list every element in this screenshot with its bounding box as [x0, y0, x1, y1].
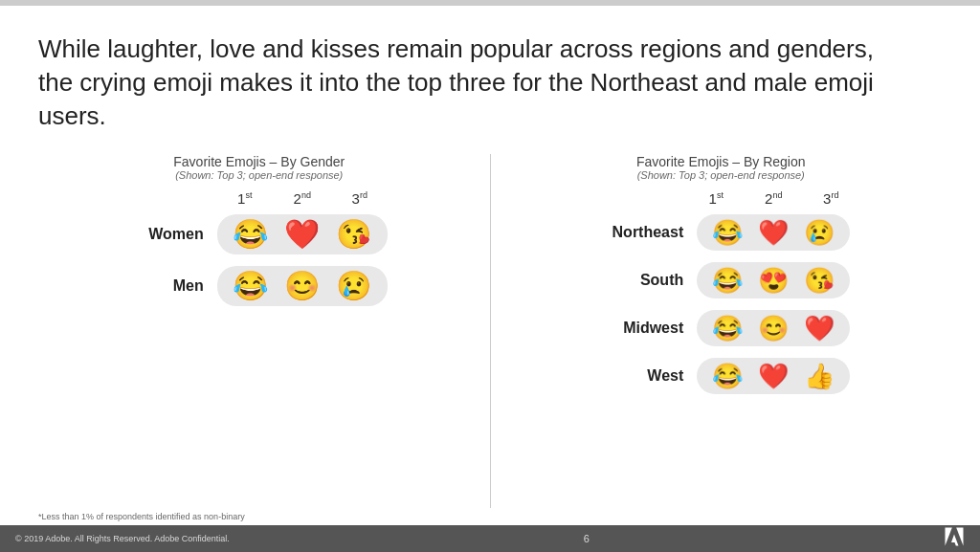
- midwest-label: Midwest: [591, 320, 697, 337]
- south-emoji-1: 😂: [706, 268, 748, 293]
- men-row: Men 😂 😊 😢: [131, 266, 388, 306]
- women-label: Women: [131, 226, 217, 243]
- gender-chart-subtitle: (Shown: Top 3; open-end response): [175, 169, 343, 181]
- women-bubble: 😂 ❤️ 😘: [217, 214, 388, 254]
- gender-rank-2: 2nd: [274, 190, 331, 207]
- south-label: South: [591, 272, 697, 289]
- midwest-emoji-3: ❤️: [798, 316, 840, 341]
- northeast-emoji-3: 😢: [798, 220, 840, 245]
- region-rank-1: 1st: [687, 190, 745, 207]
- west-label: West: [591, 367, 697, 385]
- headline: While laughter, love and kisses remain p…: [38, 33, 900, 133]
- men-emoji-1: 😂: [227, 272, 275, 300]
- slide: While laughter, love and kisses remain p…: [0, 0, 980, 552]
- women-emoji-2: ❤️: [278, 220, 326, 249]
- footer-page-number: 6: [584, 533, 590, 544]
- west-bubble: 😂 ❤️ 👍: [697, 358, 850, 394]
- region-rank-headers: 1st 2nd 3rd: [582, 190, 859, 207]
- west-row: West 😂 ❤️ 👍: [591, 358, 850, 394]
- gender-rank-headers: 1st 2nd 3rd: [130, 190, 389, 207]
- women-row: Women 😂 ❤️ 😘: [131, 214, 388, 254]
- region-rank-cols: 1st 2nd 3rd: [687, 190, 859, 207]
- midwest-row: Midwest 😂 😊 ❤️: [591, 310, 850, 346]
- west-emoji-2: ❤️: [752, 364, 794, 388]
- northeast-bubble: 😂 ❤️ 😢: [697, 214, 850, 251]
- south-emoji-2: 😍: [752, 268, 794, 293]
- region-chart-section: Favorite Emojis – By Region (Shown: Top …: [501, 154, 943, 508]
- gender-rank-cols: 1st 2nd 3rd: [216, 190, 389, 207]
- footer-logo-area: [944, 526, 965, 552]
- adobe-logo: [944, 526, 965, 552]
- gender-chart-title: Favorite Emojis – By Gender: [173, 154, 345, 169]
- men-bubble: 😂 😊 😢: [217, 266, 388, 306]
- west-emoji-3: 👍: [798, 364, 840, 388]
- women-emoji-3: 😘: [330, 220, 378, 249]
- gender-rank-1: 1st: [216, 190, 274, 207]
- men-emoji-3: 😢: [330, 272, 378, 300]
- south-emoji-3: 😘: [798, 268, 840, 293]
- northeast-emoji-1: 😂: [706, 220, 748, 245]
- south-bubble: 😂 😍 😘: [697, 262, 850, 298]
- midwest-bubble: 😂 😊 ❤️: [697, 310, 850, 346]
- bottom-bar: © 2019 Adobe. All Rights Reserved. Adobe…: [0, 525, 980, 552]
- region-rank-2: 2nd: [745, 190, 802, 207]
- charts-row: Favorite Emojis – By Gender (Shown: Top …: [38, 154, 942, 508]
- men-label: Men: [131, 277, 217, 295]
- south-row: South 😂 😍 😘: [591, 262, 850, 298]
- northeast-emoji-2: ❤️: [752, 220, 794, 245]
- chart-divider: [490, 154, 491, 508]
- footnote-area: *Less than 1% of respondents identified …: [0, 508, 980, 525]
- footer-copyright: © 2019 Adobe. All Rights Reserved. Adobe…: [15, 534, 230, 543]
- midwest-emoji-1: 😂: [706, 316, 748, 341]
- west-emoji-1: 😂: [706, 364, 748, 388]
- region-chart-subtitle: (Shown: Top 3; open-end response): [637, 169, 805, 181]
- northeast-row: Northeast 😂 ❤️ 😢: [591, 214, 850, 251]
- content-area: While laughter, love and kisses remain p…: [0, 6, 980, 508]
- region-chart-title: Favorite Emojis – By Region: [636, 154, 806, 169]
- men-emoji-2: 😊: [278, 272, 326, 300]
- midwest-emoji-2: 😊: [752, 316, 794, 341]
- footnote-text: *Less than 1% of respondents identified …: [38, 512, 245, 521]
- women-emoji-1: 😂: [227, 220, 275, 249]
- gender-rank-3: 3rd: [331, 190, 389, 207]
- northeast-label: Northeast: [591, 224, 697, 241]
- region-rank-3: 3rd: [802, 190, 859, 207]
- gender-chart-section: Favorite Emojis – By Gender (Shown: Top …: [38, 154, 480, 508]
